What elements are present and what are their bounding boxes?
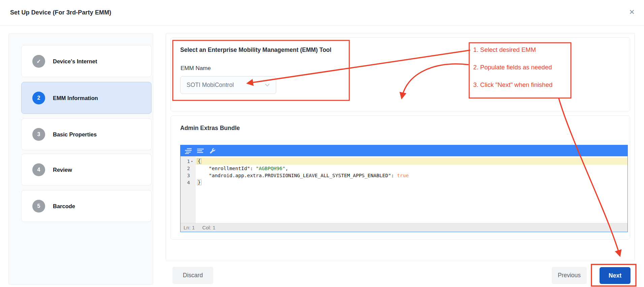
repair-json-icon[interactable] <box>208 147 217 155</box>
line-number: 1 <box>187 159 190 164</box>
json-key: "enrollmentId" <box>197 166 250 171</box>
json-editor-toolbar <box>181 145 627 156</box>
check-icon: ✓ <box>32 55 45 68</box>
cursor-line-indicator: Ln: 1 <box>184 225 195 230</box>
admin-extras-heading: Admin Extras Bundle <box>180 125 240 132</box>
step-label: Basic Properties <box>53 119 97 151</box>
line-number: 4 <box>187 180 190 185</box>
code-lines: { "enrollmentId": "AGBPQH96", "android.a… <box>196 156 627 223</box>
step-barcode[interactable]: 5 Barcode <box>21 190 152 222</box>
line-number: 2 <box>187 166 190 171</box>
cursor-col-indicator: Col: 1 <box>202 225 215 230</box>
editor-gutter: 1▾ 2 3 4 <box>181 156 196 223</box>
line-number: 3 <box>187 173 190 178</box>
dialog-title: Set Up Device (For 3rd-Party EMM) <box>10 9 111 16</box>
open-brace: { <box>197 158 201 164</box>
step-label: Review <box>53 154 72 186</box>
previous-button[interactable]: Previous <box>552 267 587 284</box>
code-line: "android.app.extra.PROVISIONING_LEAVE_AL… <box>196 172 627 179</box>
emm-name-select[interactable]: SOTI MobiControl <box>180 76 276 94</box>
step-label: Barcode <box>53 190 75 222</box>
close-brace: } <box>197 180 201 185</box>
step-emm-information[interactable]: 2 EMM Information <box>21 82 152 114</box>
fold-caret-icon[interactable]: ▾ <box>191 160 194 163</box>
step-label: Device's Internet <box>53 45 97 77</box>
main-panel: Select an Enterprise Mobility Management… <box>166 33 635 261</box>
json-string-value: "AGBPQH96" <box>256 166 285 171</box>
format-json-icon[interactable] <box>184 147 193 155</box>
code-line: } <box>196 179 627 186</box>
step-number-badge: 3 <box>32 128 45 141</box>
discard-button[interactable]: Discard <box>172 267 213 284</box>
code-line: { <box>196 158 627 165</box>
compact-json-icon[interactable] <box>196 147 205 155</box>
json-boolean-value: true <box>397 173 409 178</box>
step-label: EMM Information <box>53 82 98 114</box>
next-button[interactable]: Next <box>600 267 631 284</box>
editor-status-bar: Ln: 1 Col: 1 <box>181 223 627 232</box>
step-number-badge: 4 <box>32 163 45 176</box>
emm-section-heading: Select an Enterprise Mobility Management… <box>180 46 331 54</box>
steps-sidebar: ✓ Device's Internet 2 EMM Information 3 … <box>8 33 153 285</box>
step-devices-internet[interactable]: ✓ Device's Internet <box>21 45 152 77</box>
dialog-header: Set Up Device (For 3rd-Party EMM) ✕ <box>0 0 644 26</box>
json-code-area[interactable]: 1▾ 2 3 4 { "enrollmentId": "AGBPQH96", "… <box>181 156 627 223</box>
step-number-badge: 5 <box>32 200 45 213</box>
step-number-badge: 2 <box>32 92 45 104</box>
emm-name-label: EMM Name <box>181 65 211 72</box>
close-icon[interactable]: ✕ <box>627 7 637 17</box>
json-editor: 1▾ 2 3 4 { "enrollmentId": "AGBPQH96", "… <box>180 145 628 232</box>
code-line: "enrollmentId": "AGBPQH96", <box>196 165 627 172</box>
setup-device-dialog: Set Up Device (For 3rd-Party EMM) ✕ ✓ De… <box>0 0 644 287</box>
step-basic-properties[interactable]: 3 Basic Properties <box>21 118 152 150</box>
emm-name-value: SOTI MobiControl <box>187 82 234 89</box>
step-review[interactable]: 4 Review <box>21 154 152 186</box>
emm-select-section: Select an Enterprise Mobility Management… <box>170 37 630 111</box>
admin-extras-section: Admin Extras Bundle <box>170 116 630 240</box>
chevron-down-icon <box>265 84 270 87</box>
json-key: "android.app.extra.PROVISIONING_LEAVE_AL… <box>197 173 391 178</box>
